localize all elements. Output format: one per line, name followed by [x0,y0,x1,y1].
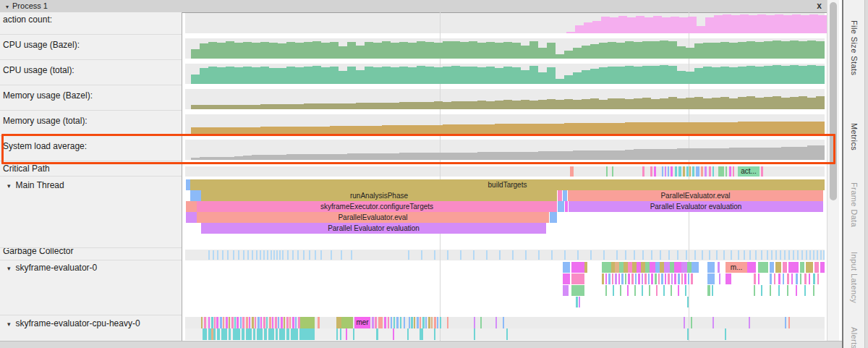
gc-event-tick[interactable] [273,250,275,260]
trace-segment[interactable] [437,317,438,328]
trace-segment[interactable] [719,273,720,284]
trace-segment[interactable] [237,317,239,328]
trace-segment[interactable] [726,273,731,284]
trace-segment[interactable] [409,317,410,328]
trace-segment[interactable] [565,201,568,212]
trace-segment[interactable] [272,317,273,328]
gc-event-tick[interactable] [217,250,218,260]
trace-segment[interactable] [570,166,574,177]
trace-segment[interactable] [671,273,673,284]
trace-segment[interactable] [571,262,584,273]
trace-segment[interactable] [378,317,383,328]
trace-segment[interactable] [255,317,256,328]
trace-segment[interactable] [671,285,672,296]
gc-event-tick[interactable] [817,250,818,260]
counter-chart-mem-bazel[interactable] [191,89,825,109]
trace-segment[interactable] [257,328,263,340]
trace-segment[interactable] [300,317,315,328]
trace-segment[interactable] [612,273,613,284]
trace-segment[interactable] [223,317,224,328]
trace-segment[interactable] [650,166,652,177]
trace-segment[interactable] [725,328,726,340]
trace-segment[interactable] [605,273,607,284]
trace-segment[interactable] [260,317,262,328]
gc-event-tick[interactable] [351,250,352,260]
trace-segment[interactable] [425,317,427,328]
trace-segment[interactable] [263,317,265,328]
trace-segment[interactable] [788,262,799,273]
gc-event-tick[interactable] [642,250,644,260]
trace-segment[interactable] [480,317,482,328]
gc-event-tick[interactable] [716,250,718,260]
trace-segment[interactable] [422,317,425,328]
trace-segment[interactable] [292,317,294,328]
trace-segment[interactable]: buildTargets [190,179,825,190]
trace-segment[interactable] [661,273,663,284]
gc-event-tick[interactable] [256,250,258,260]
gc-event-tick[interactable] [260,250,261,260]
gc-event-tick[interactable] [460,250,461,260]
trace-segment[interactable] [800,273,801,284]
trace-segment[interactable] [414,317,415,328]
trace-segment[interactable] [662,166,663,177]
trace-segment[interactable] [258,317,260,328]
trace-segment[interactable] [186,201,197,212]
gc-event-tick[interactable] [767,250,768,260]
gc-event-tick[interactable] [267,250,268,260]
gc-event-tick[interactable] [788,250,790,260]
trace-segment[interactable] [400,317,401,328]
trace-segment[interactable] [705,166,707,177]
trace-segment[interactable] [783,262,787,273]
trace-segment[interactable] [376,328,378,340]
trace-segment[interactable] [791,273,793,284]
gc-event-tick[interactable] [208,250,210,260]
gc-event-tick[interactable] [512,250,514,260]
trace-segment[interactable] [675,166,677,177]
trace-segment[interactable] [420,317,421,328]
trace-segment[interactable] [431,317,433,328]
gc-event-tick[interactable] [603,250,605,260]
trace-segment[interactable] [778,285,780,296]
trace-segment[interactable]: m... [726,262,747,273]
gc-event-tick[interactable] [447,250,448,260]
trace-segment[interactable] [774,273,775,284]
trace-segment[interactable] [631,273,634,284]
trace-segment[interactable] [576,297,578,307]
trace-segment[interactable] [264,328,267,340]
trace-segment[interactable] [712,285,713,296]
trace-segment[interactable] [203,328,207,340]
trace-segment[interactable] [761,285,762,296]
trace-segment[interactable] [506,328,508,340]
track-label-main-thread[interactable]: ▾Main Thread [7,180,64,190]
trace-segment[interactable] [612,166,613,177]
trace-segment[interactable]: ParallelEvaluator.eval [568,190,823,201]
trace-segment[interactable] [665,273,666,284]
gc-event-tick[interactable] [771,250,773,260]
gc-event-tick[interactable] [784,250,786,260]
trace-segment[interactable] [211,328,213,340]
trace-segment[interactable] [809,273,810,284]
gc-event-tick[interactable] [341,250,342,260]
trace-segment[interactable] [605,285,607,296]
trace-segment[interactable]: skyframeExecutor.configureTargets [197,201,557,212]
trace-segment[interactable] [336,317,341,328]
gc-event-tick[interactable] [287,250,289,260]
trace-segment[interactable] [231,317,234,328]
gc-event-tick[interactable] [660,250,661,260]
trace-segment[interactable] [701,166,703,177]
trace-segment[interactable] [558,190,562,201]
trace-segment[interactable] [707,273,715,284]
counter-chart-action-count[interactable] [566,13,827,33]
trace-segment[interactable] [696,166,699,177]
trace-segment[interactable] [684,273,686,284]
trace-segment[interactable] [733,166,734,177]
trace-segment[interactable] [229,328,231,340]
gc-event-tick[interactable] [749,250,751,260]
gc-event-tick[interactable] [282,250,284,260]
gc-event-tick[interactable] [538,250,540,260]
trace-segment[interactable] [758,262,768,273]
trace-segment[interactable]: Parallel Evaluator evaluation [201,223,546,234]
counter-chart-cpu-total[interactable] [191,64,825,84]
trace-segment[interactable] [563,273,570,284]
trace-segment[interactable] [284,317,285,328]
